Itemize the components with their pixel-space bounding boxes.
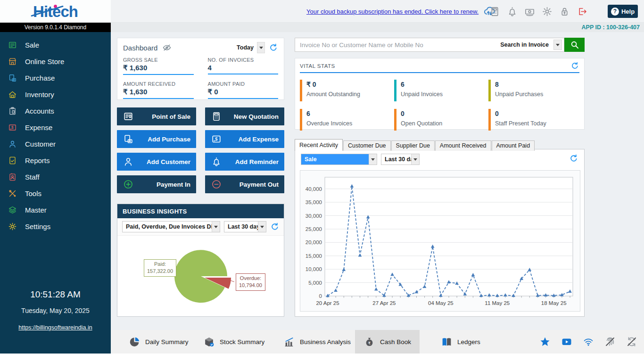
svg-text:25,000: 25,000 xyxy=(305,226,322,232)
bottom-toolbar: Daily SummaryStock SummaryBusiness Analy… xyxy=(111,330,644,354)
master-icon xyxy=(8,206,17,214)
sidebar-item-purchase[interactable]: Purchase xyxy=(0,70,111,86)
stat-value: ₹ 0 xyxy=(208,87,279,99)
quick-actions: Point of SaleNew QuotationAdd PurchaseAd… xyxy=(117,107,284,193)
customer-icon xyxy=(123,156,133,167)
sidebar-item-tools[interactable]: Tools xyxy=(0,185,111,202)
tab-amount-paid[interactable]: Amount Paid xyxy=(492,140,535,151)
website-link[interactable]: https://billingsoftwareindia.in xyxy=(0,324,111,331)
star-icon[interactable] xyxy=(539,336,551,347)
stat-value: 4 xyxy=(208,63,279,74)
customer-icon xyxy=(8,140,17,148)
sidebar-item-inventory[interactable]: Inventory xyxy=(0,86,111,103)
quotation-icon xyxy=(211,111,222,122)
svg-text:04 May 25: 04 May 25 xyxy=(428,300,454,306)
pos-icon xyxy=(123,111,133,122)
stat-label: AMOUNT RECEIVED xyxy=(123,81,194,87)
pie-label-paid: Paid: 157,322.00 xyxy=(144,259,176,277)
stat-value: ₹ 0 xyxy=(306,80,360,88)
purchase-icon xyxy=(123,134,133,144)
toolbar-cash-book[interactable]: ₹Cash Book xyxy=(355,330,420,354)
youtube-icon[interactable] xyxy=(561,336,572,347)
notifications-icon[interactable] xyxy=(507,6,518,17)
search-input[interactable] xyxy=(295,41,500,49)
toolbar-ledgers[interactable]: Ledgers xyxy=(432,330,489,354)
help-button[interactable]: ? Help xyxy=(608,5,638,18)
vital-stats-panel: VITAL STATS ₹ 0Amount Outstanding6Unpaid… xyxy=(295,58,585,130)
add-expense-button[interactable]: Add Expense xyxy=(205,130,284,148)
dashboard-refresh-icon[interactable] xyxy=(269,43,278,52)
wifi-icon[interactable] xyxy=(583,336,594,347)
pie-chart: Paid: 157,322.00 Overdue: 10,794.00 xyxy=(117,236,284,316)
add-reminder-button[interactable]: Add Reminder xyxy=(205,153,284,171)
sidebar-item-label: Settings xyxy=(25,222,50,230)
toolbar-daily-summary[interactable]: Daily Summary xyxy=(120,330,197,354)
svg-text:20 Apr 25: 20 Apr 25 xyxy=(316,300,339,306)
cash-icon[interactable] xyxy=(524,6,535,17)
svg-text:35,000: 35,000 xyxy=(305,199,322,205)
add-purchase-button[interactable]: Add Purchase xyxy=(117,130,196,148)
sidebar-item-sale[interactable]: Sale xyxy=(0,37,111,53)
insights-metric-dropdown[interactable]: Paid, Overdue, Due Invoices Distribu xyxy=(122,221,220,232)
tab-supplier-due[interactable]: Supplier Due xyxy=(391,140,435,151)
activity-refresh-icon[interactable] xyxy=(569,154,578,163)
new-quotation-button[interactable]: New Quotation xyxy=(205,107,284,125)
stat-open-quotation: 0Open Quotation xyxy=(394,109,488,131)
logout-icon[interactable] xyxy=(577,6,587,17)
sync-off-icon[interactable] xyxy=(626,336,637,347)
toolbar-stock-summary[interactable]: Stock Summary xyxy=(195,330,273,354)
tab-amount-received[interactable]: Amount Received xyxy=(435,140,491,151)
sidebar-item-label: Purchase xyxy=(25,74,55,82)
eye-slash-icon[interactable] xyxy=(162,43,172,52)
tab-customer-due[interactable]: Customer Due xyxy=(343,140,391,151)
stat-label: NO. OF INVOICES xyxy=(208,57,279,63)
stat-value: ₹ 1,630 xyxy=(123,87,194,99)
stat-value: 8 xyxy=(495,80,543,88)
payment-in-button[interactable]: Payment In xyxy=(117,175,196,193)
tab-recent-activity[interactable]: Recent Activity xyxy=(295,139,343,151)
clock-date: Tuesday, May 20, 2025 xyxy=(0,307,111,314)
stat-label: GROSS SALE xyxy=(123,57,194,63)
sidebar-item-staff[interactable]: Staff xyxy=(0,169,111,185)
point-of-sale-button[interactable]: Point of Sale xyxy=(117,107,196,125)
activity-type-dropdown[interactable]: Sale xyxy=(301,154,377,165)
sidebar-item-online-store[interactable]: Online Store xyxy=(0,53,111,70)
chevron-down-icon[interactable] xyxy=(553,40,562,50)
stat-value: 6 xyxy=(306,109,352,117)
sidebar-item-reports[interactable]: Reports xyxy=(0,152,111,169)
svg-text:5,000: 5,000 xyxy=(308,280,322,286)
search-button[interactable] xyxy=(564,38,585,52)
daily-summary-icon xyxy=(129,336,140,348)
sidebar-item-accounts[interactable]: Accounts xyxy=(0,103,111,119)
svg-text:0: 0 xyxy=(319,293,322,299)
dashboard-period-dropdown[interactable]: Today xyxy=(233,42,265,53)
question-icon: ? xyxy=(611,8,619,16)
app-id-label: APP ID : 100-326-407 xyxy=(111,23,644,32)
settings-gear-icon[interactable] xyxy=(542,6,553,17)
svg-text:40,000: 40,000 xyxy=(305,186,322,192)
dashboard-title: Dashboard xyxy=(123,44,157,52)
fingerprint-off-icon[interactable] xyxy=(604,336,616,347)
sale-icon xyxy=(8,41,17,49)
svg-text:₹: ₹ xyxy=(368,340,371,345)
payment-out-button[interactable]: Payment Out xyxy=(205,175,284,193)
app-window: Hitech Your cloud backup subscription ha… xyxy=(0,0,644,362)
sidebar-item-master[interactable]: Master xyxy=(0,202,111,218)
toolbar-business-analysis[interactable]: Business Analysis xyxy=(275,330,359,354)
stat-value: 0 xyxy=(401,109,442,117)
lock-icon[interactable] xyxy=(559,6,570,17)
insights-refresh-icon[interactable] xyxy=(270,222,280,231)
sidebar-item-customer[interactable]: Customer xyxy=(0,136,111,152)
sidebar-item-label: Online Store xyxy=(25,58,64,66)
add-customer-button[interactable]: Add Customer xyxy=(117,153,196,171)
insights-period-dropdown[interactable]: Last 30 days xyxy=(224,221,266,232)
sidebar-item-label: Expense xyxy=(25,123,52,132)
sidebar-item-settings[interactable]: Settings xyxy=(0,218,111,235)
activity-period-dropdown[interactable]: Last 30 days xyxy=(381,154,420,165)
cloud-backup-renew-link[interactable]: Your cloud backup subscription has ended… xyxy=(306,8,479,15)
sidebar-item-expense[interactable]: Expense xyxy=(0,119,111,136)
vital-stats-refresh-icon[interactable] xyxy=(570,61,579,70)
minus-circle-icon xyxy=(211,179,222,189)
calculator-icon[interactable] xyxy=(489,6,500,17)
main-content: Dashboard Today GROSS SALE ₹ 1,630 NO. O… xyxy=(111,32,644,330)
